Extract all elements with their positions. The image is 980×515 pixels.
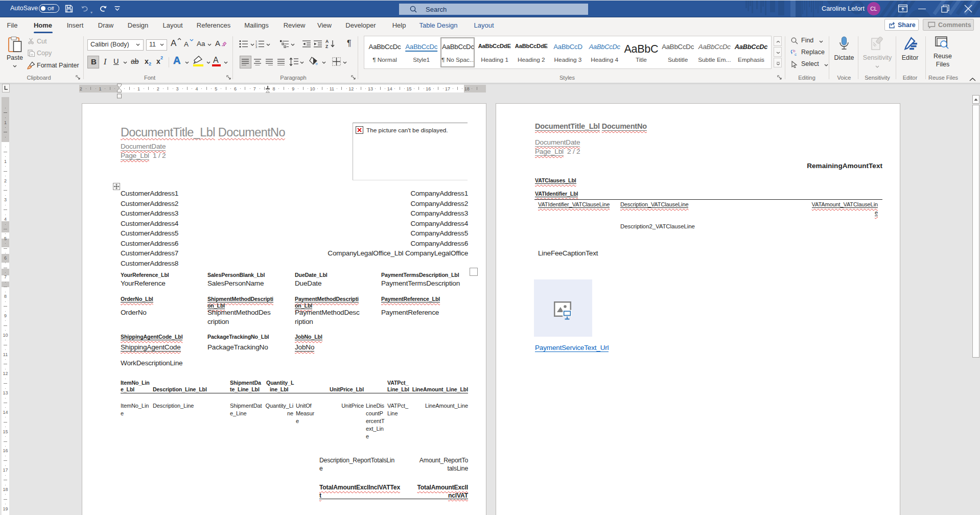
svg-text:2: 2 [255, 43, 257, 46]
svg-text:c: c [795, 52, 797, 56]
svg-text:3: 3 [255, 45, 257, 48]
svg-text:b: b [793, 49, 796, 53]
svg-text:A: A [325, 39, 329, 44]
svg-text:1: 1 [255, 40, 257, 43]
svg-text:Z: Z [325, 44, 328, 49]
